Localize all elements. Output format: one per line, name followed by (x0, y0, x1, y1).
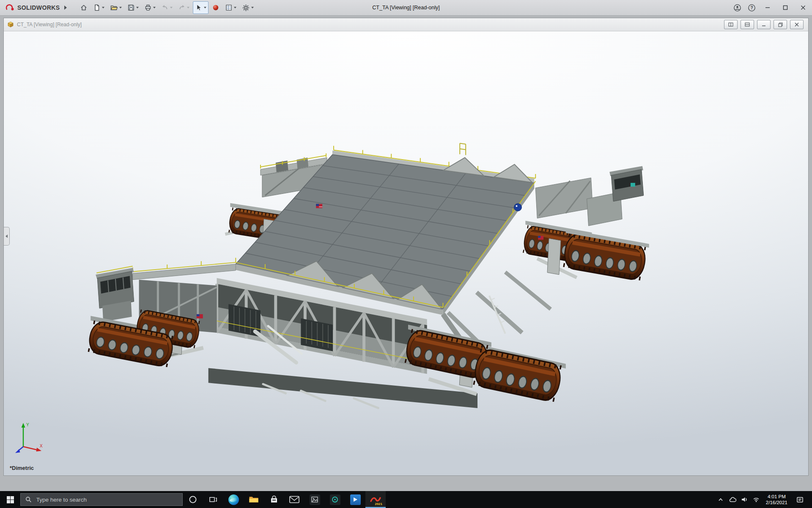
account-button[interactable] (730, 0, 744, 15)
solidworks-version-badge: 2021 (375, 502, 382, 506)
edge-icon (228, 494, 239, 505)
dropdown-arrow-icon[interactable] (204, 7, 206, 8)
document-title: CT_TA [Viewing] [Read-only] (17, 22, 82, 28)
system-tray: 4:01 PM 2/16/2021 (715, 491, 812, 508)
dropdown-arrow-icon[interactable] (234, 7, 236, 8)
help-button[interactable]: ? (744, 0, 759, 15)
select-tool-button[interactable] (193, 1, 208, 14)
print-icon (144, 4, 152, 11)
options-button[interactable] (240, 1, 256, 14)
maximize-button[interactable] (776, 0, 794, 15)
model-right-end-structure[interactable] (535, 166, 644, 226)
y-axis-icon (22, 423, 25, 428)
appearance-button[interactable] (210, 1, 222, 14)
taskbar-clock[interactable]: 4:01 PM 2/16/2021 (762, 494, 791, 505)
action-center-icon (796, 496, 804, 503)
solidworks-logo[interactable]: SOLIDWORKS (0, 3, 71, 12)
redo-button[interactable] (176, 1, 192, 14)
minimize-icon (762, 22, 766, 27)
maximize-icon (783, 5, 788, 10)
help-icon: ? (748, 4, 756, 12)
minimize-button[interactable] (759, 0, 776, 15)
account-icon (733, 4, 741, 12)
photos-icon (310, 494, 320, 505)
save-button[interactable] (125, 1, 141, 14)
appearance-sphere-icon (212, 4, 219, 11)
start-button[interactable] (0, 491, 20, 508)
media-app-button[interactable] (325, 491, 345, 508)
quick-access-toolbar (78, 1, 256, 14)
dropdown-arrow-icon[interactable] (136, 7, 139, 8)
solidworks-taskbar-button[interactable]: 2021 (365, 491, 386, 508)
volume-button[interactable] (738, 491, 750, 508)
mdi-client: CT_TA [Viewing] [Read-only] (0, 16, 812, 491)
evaluate-sheet-button[interactable] (223, 1, 239, 14)
edge-button[interactable] (223, 491, 244, 508)
media-icon (330, 494, 340, 505)
print-button[interactable] (142, 1, 158, 14)
search-input[interactable] (36, 496, 178, 503)
crawler-transporter-model[interactable] (4, 31, 808, 475)
pane-icon (745, 22, 750, 27)
document-titlebar[interactable]: CT_TA [Viewing] [Read-only] (4, 18, 808, 31)
task-view-button[interactable] (203, 491, 223, 508)
onedrive-button[interactable] (727, 491, 738, 508)
speaker-icon (741, 496, 748, 503)
store-icon (269, 495, 279, 504)
model-rear-right-tracks[interactable] (522, 221, 649, 281)
select-cursor-icon (195, 4, 203, 11)
doc-minimize-button[interactable] (757, 20, 771, 29)
svg-text:?: ? (750, 6, 753, 10)
restore-icon (778, 22, 783, 27)
new-document-button[interactable] (91, 1, 107, 14)
cortana-button[interactable] (183, 491, 203, 508)
sheet-icon (225, 4, 233, 11)
brand-text: SOLIDWORKS (17, 4, 60, 11)
photos-app-button[interactable] (304, 491, 325, 508)
taskbar-search[interactable] (20, 493, 183, 506)
gear-icon (242, 4, 250, 12)
redo-icon (178, 4, 186, 11)
hidden-icons-button[interactable] (715, 491, 727, 508)
doc-pane-button-2[interactable] (741, 20, 754, 29)
movies-app-button[interactable] (345, 491, 365, 508)
task-view-icon (209, 496, 217, 503)
document-window-controls (724, 20, 805, 29)
network-wifi-icon (753, 497, 760, 502)
dropdown-arrow-icon[interactable] (102, 7, 104, 8)
store-button[interactable] (264, 491, 284, 508)
network-button[interactable] (750, 491, 762, 508)
orientation-triad: Y X (13, 420, 46, 457)
mail-button[interactable] (284, 491, 304, 508)
pane-icon (728, 22, 733, 27)
dropdown-arrow-icon[interactable] (170, 7, 173, 8)
featuremanager-collapse-handle[interactable] (4, 227, 10, 246)
y-axis-label: Y (26, 422, 29, 427)
search-icon (25, 496, 32, 503)
app-titlebar: SOLIDWORKS (0, 0, 812, 16)
clock-time: 4:01 PM (766, 494, 787, 500)
doc-close-button[interactable] (790, 20, 804, 29)
menu-expand-icon[interactable] (64, 6, 67, 10)
close-button[interactable] (794, 0, 812, 15)
dropdown-arrow-icon[interactable] (119, 7, 122, 8)
dropdown-arrow-icon[interactable] (251, 7, 254, 8)
windows-start-icon (7, 496, 14, 503)
dropdown-arrow-icon[interactable] (187, 7, 189, 8)
ds-logo-icon (5, 3, 14, 12)
document-window: CT_TA [Viewing] [Read-only] (3, 18, 809, 476)
onedrive-cloud-icon (729, 497, 736, 502)
dropdown-arrow-icon[interactable] (153, 7, 156, 8)
new-document-icon (93, 4, 101, 11)
minimize-icon (765, 5, 770, 10)
open-document-button[interactable] (108, 1, 124, 14)
view-orientation-label: *Dimetric (10, 465, 34, 471)
undo-button[interactable] (159, 1, 175, 14)
home-button[interactable] (78, 1, 90, 14)
doc-pane-button-1[interactable] (724, 20, 738, 29)
file-explorer-button[interactable] (244, 491, 264, 508)
model-viewport[interactable]: Y X *Dimetric (4, 31, 808, 475)
doc-restore-button[interactable] (774, 20, 787, 29)
app-window-title: CT_TA [Viewing] [Read-only] (372, 0, 439, 15)
action-center-button[interactable] (791, 491, 809, 508)
